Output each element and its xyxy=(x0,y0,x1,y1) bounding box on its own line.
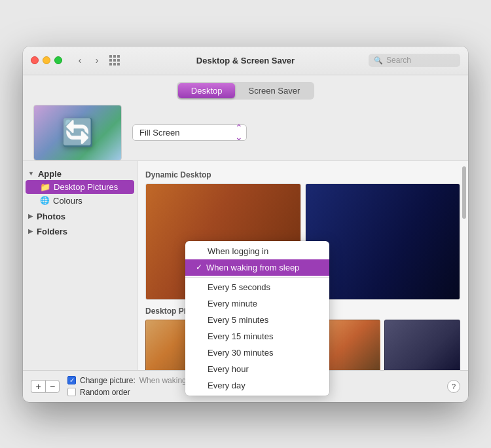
sidebar-folders-label: Folders xyxy=(37,227,67,236)
dropdown-label-6: Every 30 minutes xyxy=(208,348,273,358)
dropdown-item-waking[interactable]: ✓ When waking from sleep xyxy=(185,259,329,276)
dropdown-label-8: Every day xyxy=(208,381,245,390)
traffic-lights xyxy=(31,56,62,64)
search-icon: 🔍 xyxy=(374,56,383,65)
sidebar-photos-section: ▶ Photos xyxy=(23,209,137,224)
change-picture-label: Change picture: xyxy=(80,376,136,385)
add-button[interactable]: + xyxy=(31,380,45,393)
tabs-row: Desktop Screen Saver xyxy=(23,75,468,105)
arrow-down-icon: ▼ xyxy=(28,170,34,177)
change-picture-checkbox[interactable]: ✓ xyxy=(67,376,76,384)
photo-thumb-4[interactable] xyxy=(384,320,460,370)
add-remove-buttons: + − xyxy=(31,380,60,393)
titlebar: ‹ › Desktop & Screen Saver 🔍 xyxy=(23,47,468,75)
minimize-button[interactable] xyxy=(43,56,50,64)
scrollbar-thumb[interactable] xyxy=(462,166,466,219)
fill-select[interactable]: Fill Screen Fit to Screen Stretch to Fil… xyxy=(132,124,247,141)
tab-desktop[interactable]: Desktop xyxy=(178,83,236,98)
dropdown-item-day[interactable]: Every day xyxy=(185,377,329,394)
dropdown-item-hour[interactable]: Every hour xyxy=(185,361,329,377)
sidebar-item-colours[interactable]: 🌐 Colours xyxy=(26,194,134,208)
colours-icon: 🌐 xyxy=(40,196,50,205)
app-grid-icon[interactable] xyxy=(109,55,120,65)
sidebar-apple-section: ▼ Apple 📁 Desktop Pictures 🌐 Colours xyxy=(23,166,137,209)
sidebar-desktop-pictures-label: Desktop Pictures xyxy=(54,182,118,192)
check-mark-icon: ✓ xyxy=(196,263,202,272)
tab-screen-saver[interactable]: Screen Saver xyxy=(235,83,313,98)
sidebar-apple-group[interactable]: ▼ Apple xyxy=(23,168,137,180)
dropdown-item-30min[interactable]: Every 30 minutes xyxy=(185,345,329,361)
dropdown-label-3: Every minute xyxy=(208,299,257,308)
dropdown-label-4: Every 5 minutes xyxy=(208,315,268,325)
preview-image: 🔄 xyxy=(33,105,122,160)
arrow-right-icon2: ▶ xyxy=(28,228,33,234)
random-order-checkbox[interactable] xyxy=(67,388,76,396)
dropdown-item-5min[interactable]: Every 5 minutes xyxy=(185,312,329,328)
dropdown-label-7: Every hour xyxy=(208,364,249,374)
close-button[interactable] xyxy=(31,56,39,64)
remove-button[interactable]: − xyxy=(45,380,60,393)
sidebar-colours-label: Colours xyxy=(53,196,82,206)
sidebar-photos-group[interactable]: ▶ Photos xyxy=(23,210,137,223)
sidebar-apple-label: Apple xyxy=(38,169,62,179)
preview-section: 🔄 Fill Screen Fit to Screen Stretch to F… xyxy=(23,105,468,160)
search-box[interactable]: 🔍 xyxy=(369,54,460,67)
dropdown-item-5sec[interactable]: Every 5 seconds xyxy=(185,279,329,295)
window: ‹ › Desktop & Screen Saver 🔍 Desktop Scr… xyxy=(23,47,468,402)
back-button[interactable]: ‹ xyxy=(73,53,87,67)
folder-icon: 📁 xyxy=(40,182,50,192)
search-input[interactable] xyxy=(386,56,455,65)
dropdown-item-1min[interactable]: Every minute xyxy=(185,295,329,312)
forward-button[interactable]: › xyxy=(90,53,104,67)
dropdown-item-logging-in[interactable]: When logging in xyxy=(185,243,329,259)
sidebar-photos-label: Photos xyxy=(37,212,65,221)
preview-icon: 🔄 xyxy=(62,117,94,148)
arrow-right-icon: ▶ xyxy=(28,213,33,219)
nav-buttons: ‹ › xyxy=(73,53,104,67)
sidebar-item-desktop-pictures[interactable]: 📁 Desktop Pictures xyxy=(26,180,134,194)
dropdown-label-5: Every 15 minutes xyxy=(208,331,273,341)
random-order-label: Random order xyxy=(80,388,130,397)
sidebar-folders-section: ▶ Folders xyxy=(23,224,137,239)
tab-group: Desktop Screen Saver xyxy=(177,82,314,100)
dropdown-menu: When logging in ✓ When waking from sleep… xyxy=(185,241,329,396)
dropdown-label-1: When waking from sleep xyxy=(206,263,299,272)
sidebar: ▼ Apple 📁 Desktop Pictures 🌐 Colours ▶ P… xyxy=(23,161,137,370)
fill-select-wrapper: Fill Screen Fit to Screen Stretch to Fil… xyxy=(132,124,247,141)
dropdown-label-2: Every 5 seconds xyxy=(208,282,270,292)
scrollbar-track[interactable] xyxy=(462,161,467,370)
maximize-button[interactable] xyxy=(54,56,62,64)
dropdown-divider xyxy=(185,277,329,278)
bottom-bar: + − ✓ Change picture: When waking from s… xyxy=(23,370,468,402)
dropdown-label-0: When logging in xyxy=(208,246,268,256)
sidebar-folders-group[interactable]: ▶ Folders xyxy=(23,225,137,238)
window-title: Desktop & Screen Saver xyxy=(196,56,295,65)
dropdown-item-15min[interactable]: Every 15 minutes xyxy=(185,328,329,345)
help-button[interactable]: ? xyxy=(447,380,460,393)
dynamic-desktop-label: Dynamic Desktop xyxy=(145,170,460,179)
